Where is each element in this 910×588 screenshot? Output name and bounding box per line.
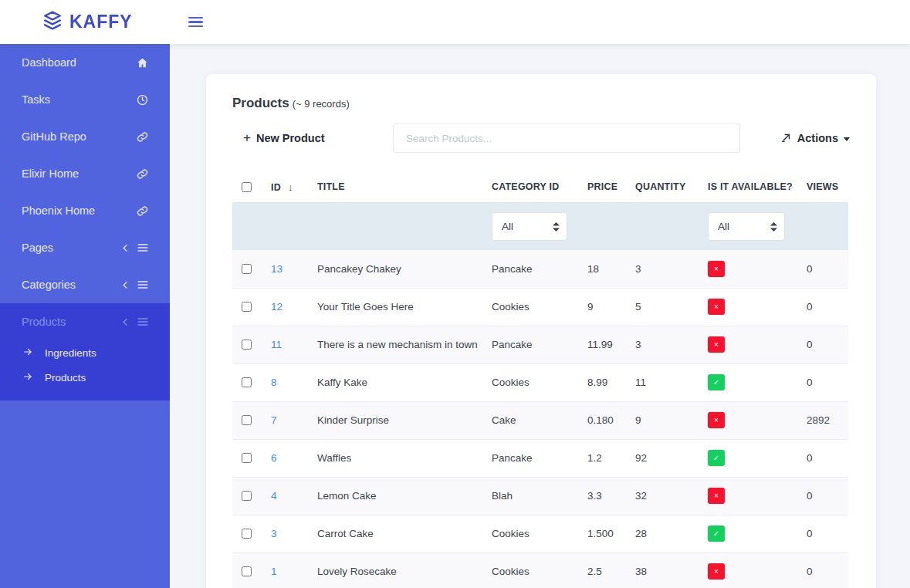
column-header-title[interactable]: TITLE (317, 171, 492, 202)
column-header-price[interactable]: PRICE (587, 171, 635, 202)
available-filter-select[interactable]: All (708, 212, 785, 241)
product-id-link[interactable]: 7 (271, 414, 277, 426)
table-row[interactable]: 6 Waffles Pancake 1.2 92 ✓ 0 (232, 439, 848, 477)
link-icon (137, 205, 148, 217)
chevron-left-icon (121, 244, 130, 252)
product-id-link[interactable]: 4 (271, 490, 277, 502)
main-content: Products(~ 9 records) + New Product Acti… (170, 44, 910, 588)
table-row[interactable]: 7 Kinder Surprise Cake 0.180 9 × 2892 (232, 401, 848, 439)
product-views: 0 (807, 326, 848, 363)
product-id-link[interactable]: 1 (271, 566, 277, 577)
table-body: 13 Pancakey Chakey Pancake 18 3 × 0 12 Y… (232, 250, 848, 588)
product-category: Cookies (492, 363, 587, 401)
row-checkbox[interactable] (242, 264, 252, 274)
availability-badge: ✓ (708, 374, 725, 390)
product-id-link[interactable]: 11 (271, 339, 282, 350)
product-views: 2892 (807, 401, 848, 439)
sidebar-item-github-repo[interactable]: GitHub Repo (0, 118, 170, 155)
table-row[interactable]: 13 Pancakey Chakey Pancake 18 3 × 0 (232, 250, 848, 288)
row-checkbox[interactable] (242, 529, 252, 539)
availability-badge: × (708, 563, 725, 580)
sidebar-item-categories[interactable]: Categories (0, 266, 170, 303)
row-checkbox[interactable] (242, 566, 252, 576)
chevron-left-icon (121, 281, 130, 289)
product-views: 0 (807, 363, 848, 401)
product-category: Cookies (492, 553, 587, 588)
product-views: 0 (807, 553, 848, 588)
table-row[interactable]: 1 Lovely Rosecake Cookies 2.5 38 × 0 (232, 553, 848, 588)
product-title: Your Title Goes Here (317, 288, 492, 326)
layers-icon (42, 11, 63, 34)
product-views: 0 (807, 250, 848, 288)
row-checkbox[interactable] (242, 491, 252, 501)
sidebar-item-elixir-home[interactable]: Elixir Home (0, 155, 170, 192)
product-quantity: 11 (635, 363, 708, 401)
sidebar-item-tasks[interactable]: Tasks (0, 81, 170, 118)
column-header-id[interactable]: ID↓ (271, 171, 317, 202)
link-icon (137, 168, 148, 180)
product-price: 8.99 (587, 363, 635, 401)
caret-down-icon (844, 137, 850, 141)
product-views: 0 (807, 515, 848, 553)
product-quantity: 9 (635, 401, 708, 439)
sidebar-item-pages[interactable]: Pages (0, 229, 170, 266)
link-icon (137, 131, 148, 143)
product-category: Cookies (492, 288, 587, 326)
sidebar: Dashboard Tasks GitHub Repo Elixir Home … (0, 44, 170, 588)
sidebar-item-label: GitHub Repo (22, 130, 86, 143)
product-id-link[interactable]: 13 (271, 263, 282, 275)
sidebar-subitem-ingredients[interactable]: Ingredients (0, 340, 170, 365)
sidebar-item-phoenix-home[interactable]: Phoenix Home (0, 192, 170, 229)
column-header-category[interactable]: CATEGORY ID (492, 171, 587, 202)
product-quantity: 5 (635, 288, 708, 326)
product-id-link[interactable]: 3 (271, 528, 277, 539)
table-header-row: ID↓ TITLE CATEGORY ID PRICE QUANTITY IS … (232, 171, 848, 202)
column-header-views[interactable]: VIEWS (807, 171, 848, 202)
row-checkbox[interactable] (242, 340, 252, 350)
sidebar-item-label: Pages (22, 242, 53, 254)
sidebar-toggle-button[interactable] (188, 17, 204, 27)
row-checkbox[interactable] (242, 453, 252, 463)
table-row[interactable]: 4 Lemon Cake Blah 3.3 32 × 0 (232, 477, 848, 515)
column-header-quantity[interactable]: QUANTITY (635, 171, 708, 202)
table-row[interactable]: 8 Kaffy Kake Cookies 8.99 11 ✓ 0 (232, 363, 848, 401)
sort-descending-icon: ↓ (288, 181, 293, 193)
sidebar-subitem-products[interactable]: Products (0, 365, 170, 390)
table-row[interactable]: 12 Your Title Goes Here Cookies 9 5 × 0 (232, 288, 848, 326)
column-header-available[interactable]: IS IT AVAILABLE? (708, 171, 807, 202)
arrow-right-icon (23, 347, 32, 359)
top-navbar: KAFFY (0, 0, 910, 44)
product-category: Pancake (492, 250, 587, 288)
list-icon (137, 317, 148, 326)
row-checkbox[interactable] (242, 377, 252, 387)
new-product-button[interactable]: + New Product (243, 131, 325, 144)
category-filter-select[interactable]: All (492, 212, 567, 241)
product-price: 18 (587, 250, 635, 288)
brand-logo[interactable]: KAFFY (42, 11, 133, 34)
table-row[interactable]: 3 Carrot Cake Cookies 1.500 28 ✓ 0 (232, 515, 848, 553)
product-category: Pancake (492, 439, 587, 477)
products-card: Products(~ 9 records) + New Product Acti… (206, 74, 876, 588)
product-id-link[interactable]: 12 (271, 301, 282, 313)
page-title: Products(~ 9 records) (232, 96, 850, 111)
select-all-checkbox[interactable] (242, 182, 252, 192)
sidebar-item-label: Categories (22, 279, 76, 291)
row-checkbox[interactable] (242, 415, 252, 425)
product-id-link[interactable]: 6 (271, 452, 277, 464)
availability-badge: × (708, 336, 725, 353)
product-quantity: 28 (635, 515, 708, 553)
sidebar-item-products[interactable]: Products (0, 303, 170, 340)
toolbar: + New Product Actions (232, 123, 850, 153)
row-checkbox[interactable] (242, 302, 252, 312)
product-quantity: 38 (635, 553, 708, 588)
product-id-link[interactable]: 8 (271, 377, 277, 388)
product-title: Kaffy Kake (317, 363, 492, 401)
search-input[interactable] (393, 123, 740, 153)
product-views: 0 (807, 288, 848, 326)
table-row[interactable]: 11 There is a new mechanism in town Panc… (232, 326, 848, 363)
products-table: ID↓ TITLE CATEGORY ID PRICE QUANTITY IS … (232, 171, 848, 588)
sidebar-item-dashboard[interactable]: Dashboard (0, 44, 170, 81)
product-quantity: 3 (635, 250, 708, 288)
actions-dropdown-button[interactable]: Actions (781, 132, 850, 145)
filter-row: All All (232, 202, 848, 250)
